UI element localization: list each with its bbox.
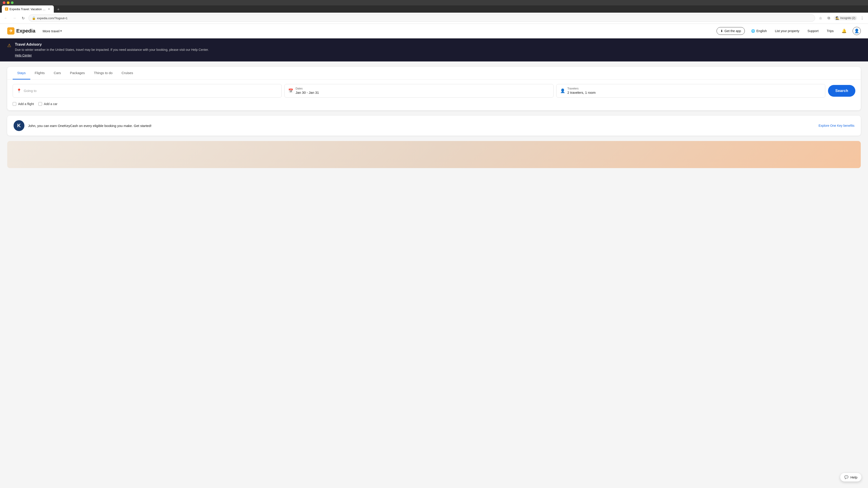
add-car-label: Add a car	[44, 102, 57, 106]
help-center-link[interactable]: Help Center	[15, 54, 32, 57]
download-icon: ⬇	[720, 29, 723, 33]
help-button[interactable]: 💬 Help	[840, 473, 862, 482]
window-controls	[3, 1, 13, 4]
add-flight-option[interactable]: Add a flight	[13, 102, 34, 106]
tab-overview-button[interactable]: ⧉	[826, 15, 832, 21]
calendar-icon: 📅	[288, 88, 293, 93]
dates-content: Dates Jan 30 - Jan 31	[296, 87, 550, 95]
get-app-button[interactable]: ⬇ Get the app	[717, 27, 745, 35]
tab-cruises[interactable]: Cruises	[117, 67, 138, 79]
site-header: ✈ Expedia More travel ▾ ⬇ Get the app 🌐 …	[0, 24, 868, 38]
add-flight-label: Add a flight	[18, 102, 34, 106]
user-avatar: K	[13, 120, 24, 131]
back-button[interactable]: ←	[3, 15, 9, 21]
header-left: ✈ Expedia More travel ▾	[7, 27, 64, 35]
title-bar	[0, 0, 868, 5]
notifications-button[interactable]: 🔔	[840, 27, 848, 35]
logo-text: Expedia	[16, 28, 35, 34]
page-content: ✈ Expedia More travel ▾ ⬇ Get the app 🌐 …	[0, 24, 868, 488]
search-tabs: Stays Flights Cars Packages Things to do…	[7, 67, 861, 79]
dates-value: Jan 30 - Jan 31	[296, 91, 319, 94]
tab-things-to-do[interactable]: Things to do	[89, 67, 117, 79]
dates-label: Dates	[296, 87, 550, 90]
logo-icon: ✈	[7, 27, 14, 35]
logo[interactable]: ✈ Expedia	[7, 27, 35, 35]
search-container: Stays Flights Cars Packages Things to do…	[7, 67, 861, 110]
browser-chrome: E Expedia Travel: Vacation Home... ✕ + ←…	[0, 0, 868, 24]
header-right: ⬇ Get the app 🌐 English List your proper…	[717, 27, 861, 35]
globe-icon: 🌐	[751, 29, 755, 33]
trips-button[interactable]: Trips	[825, 28, 835, 34]
advisory-content: Travel Advisory Due to winter weather in…	[15, 42, 861, 57]
minimize-window-button[interactable]	[7, 1, 9, 4]
support-button[interactable]: Support	[806, 28, 820, 34]
address-bar-url: expedia.com/?logout=1	[37, 17, 68, 20]
tab-cars[interactable]: Cars	[49, 67, 66, 79]
language-button[interactable]: 🌐 English	[749, 28, 769, 34]
travelers-value: 2 travelers, 1 room	[567, 91, 596, 94]
reload-button[interactable]: ↻	[20, 15, 26, 21]
tab-bar: E Expedia Travel: Vacation Home... ✕ +	[0, 5, 868, 13]
add-extras: Add a flight Add a car	[7, 102, 861, 110]
tab-label: Expedia Travel: Vacation Home...	[9, 7, 46, 11]
person-icon: 👤	[560, 88, 565, 93]
advisory-banner: ⚠ Travel Advisory Due to winter weather …	[0, 38, 868, 61]
advisory-text: Due to winter weather in the United Stat…	[15, 47, 861, 52]
user-account-button[interactable]: 👤	[852, 27, 861, 35]
bookmark-button[interactable]: ☆	[817, 15, 824, 21]
add-car-checkbox[interactable]	[38, 102, 42, 106]
tab-close-button[interactable]: ✕	[47, 7, 51, 11]
going-to-content: Going to	[24, 89, 278, 93]
tab-favicon: E	[5, 7, 8, 11]
chat-icon: 💬	[844, 475, 848, 479]
search-fields: 📍 Going to 📅 Dates Jan 30 - Jan 31 👤 Tra…	[7, 79, 861, 102]
nav-actions: ☆ ⧉ 🕵 Incognito (2) ⋮	[817, 15, 865, 21]
incognito-label: Incognito (2)	[840, 17, 855, 20]
dates-field[interactable]: 📅 Dates Jan 30 - Jan 31	[284, 84, 553, 98]
close-window-button[interactable]	[3, 1, 5, 4]
chevron-down-icon: ▾	[60, 29, 62, 33]
nav-bar: ← → ↻ 🔒 expedia.com/?logout=1 ☆ ⧉ 🕵 Inco…	[0, 13, 868, 24]
tab-stays[interactable]: Stays	[13, 67, 30, 79]
travelers-content: Travelers 2 travelers, 1 room	[567, 87, 822, 95]
explore-onekey-link[interactable]: Explore One Key benefits	[818, 124, 855, 127]
warning-icon: ⚠	[7, 43, 11, 48]
onekey-message: John, you can earn OneKeyCash on every e…	[28, 124, 815, 128]
location-icon: 📍	[17, 88, 22, 93]
active-tab[interactable]: E Expedia Travel: Vacation Home... ✕	[2, 5, 54, 13]
search-button[interactable]: Search	[828, 85, 855, 97]
incognito-badge[interactable]: 🕵 Incognito (2)	[834, 16, 857, 20]
onekey-banner: K John, you can earn OneKeyCash on every…	[7, 116, 861, 135]
more-travel-button[interactable]: More travel ▾	[41, 28, 64, 34]
tab-packages[interactable]: Packages	[65, 67, 89, 79]
travelers-field[interactable]: 👤 Travelers 2 travelers, 1 room	[556, 84, 825, 98]
new-tab-button[interactable]: +	[55, 6, 61, 13]
add-car-option[interactable]: Add a car	[38, 102, 57, 106]
add-flight-checkbox[interactable]	[13, 102, 16, 106]
maximize-window-button[interactable]	[11, 1, 13, 4]
list-property-button[interactable]: List your property	[773, 28, 801, 34]
tab-flights[interactable]: Flights	[30, 67, 49, 79]
advisory-title: Travel Advisory	[15, 42, 861, 46]
travelers-label: Travelers	[567, 87, 822, 90]
browser-menu-button[interactable]: ⋮	[859, 15, 865, 21]
address-bar[interactable]: 🔒 expedia.com/?logout=1	[29, 14, 815, 22]
going-to-placeholder: Going to	[24, 89, 37, 93]
forward-button[interactable]: →	[11, 15, 18, 21]
promotional-card	[7, 141, 861, 168]
going-to-field[interactable]: 📍 Going to	[13, 84, 282, 98]
